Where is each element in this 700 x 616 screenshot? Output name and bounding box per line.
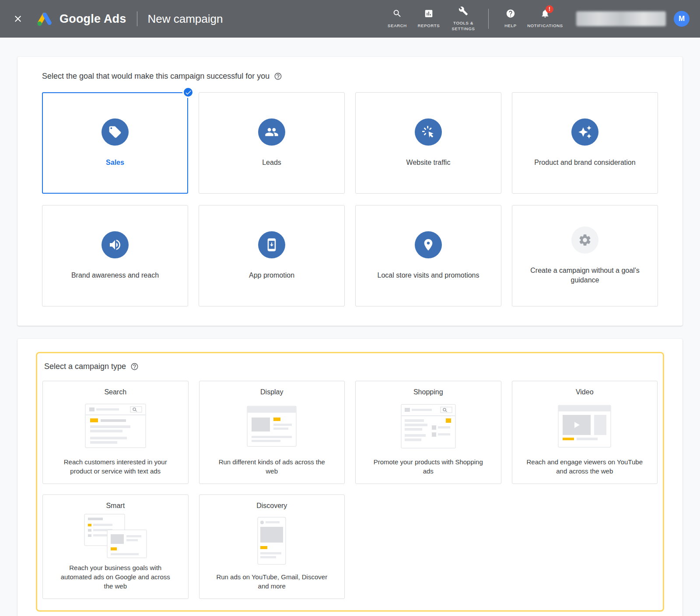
type-name-search: Search <box>104 388 126 396</box>
map-pin-icon <box>415 231 442 258</box>
type-name-video: Video <box>576 388 594 396</box>
account-name-redacted <box>576 11 666 26</box>
type-name-smart: Smart <box>106 502 125 510</box>
help-icon <box>506 9 515 20</box>
type-desc-video: Reach and engage viewers on YouTube and … <box>525 457 644 476</box>
type-desc-display: Run different kinds of ads across the we… <box>212 457 331 476</box>
header-divider <box>137 11 137 26</box>
campaign-type-panel: Select a campaign type Search <box>18 339 682 616</box>
goal-label-website-traffic: Website traffic <box>406 158 451 167</box>
goal-label-brand-awareness: Brand awareness and reach <box>71 271 159 280</box>
header-nav: SEARCH REPORTS TOOLS & SETTINGS HELP ! <box>382 4 564 33</box>
sparkles-icon <box>571 118 598 146</box>
goal-section-heading: Select the goal that would make this cam… <box>42 72 270 81</box>
goal-card-sales[interactable]: Sales <box>42 92 188 194</box>
smart-campaign-illustration <box>83 513 148 559</box>
top-app-bar: Google Ads New campaign SEARCH REPORTS T… <box>0 0 700 38</box>
nav-help[interactable]: HELP <box>495 7 526 30</box>
goal-card-leads[interactable]: Leads <box>199 92 345 194</box>
search-campaign-illustration <box>85 404 146 449</box>
goal-grid: Sales Leads Website traffic Product and … <box>42 92 658 306</box>
campaign-type-help-icon[interactable] <box>130 362 139 371</box>
type-card-search[interactable]: Search <box>42 381 189 484</box>
type-card-display[interactable]: Display Run different <box>199 381 345 484</box>
goal-label-local-store-visits: Local store visits and promotions <box>378 271 480 280</box>
display-campaign-illustration <box>241 404 302 449</box>
goal-label-product-brand-consideration: Product and brand consideration <box>534 158 635 167</box>
video-campaign-illustration <box>554 404 615 449</box>
goal-label-no-goal-guidance: Create a campaign without a goal's guida… <box>530 266 640 285</box>
discovery-campaign-illustration <box>241 516 302 565</box>
notification-badge: ! <box>546 5 553 13</box>
google-ads-brand: Google Ads <box>36 11 126 27</box>
goal-label-leads: Leads <box>262 158 281 167</box>
type-name-display: Display <box>260 388 283 396</box>
main-content: Select the goal that would make this cam… <box>0 38 700 616</box>
sales-tag-icon <box>102 118 129 146</box>
goal-label-sales: Sales <box>106 158 124 167</box>
phone-download-icon <box>258 231 285 258</box>
goal-label-app-promotion: App promotion <box>249 271 294 280</box>
campaign-type-highlight-box: Select a campaign type Search <box>36 352 664 612</box>
nav-reports[interactable]: REPORTS <box>413 7 444 30</box>
type-desc-smart: Reach your business goals with automated… <box>56 563 175 591</box>
shopping-campaign-illustration <box>398 404 459 449</box>
type-desc-search: Reach customers interested in your produ… <box>56 457 175 476</box>
nav-search[interactable]: SEARCH <box>382 7 413 30</box>
nav-reports-label: REPORTS <box>418 23 440 28</box>
wrench-icon <box>458 6 468 17</box>
website-traffic-click-icon <box>415 118 442 146</box>
nav-tools-settings-label: TOOLS & SETTINGS <box>447 21 480 31</box>
brand-name: Google Ads <box>60 12 126 26</box>
nav-tools-settings[interactable]: TOOLS & SETTINGS <box>444 4 482 33</box>
type-name-shopping: Shopping <box>413 388 443 396</box>
nav-notifications-label: NOTIFICATIONS <box>527 23 563 28</box>
goal-card-local-store-visits[interactable]: Local store visits and promotions <box>355 205 501 306</box>
campaign-type-grid: Search <box>42 381 658 599</box>
nav-notifications[interactable]: ! NOTIFICATIONS <box>526 7 564 30</box>
type-desc-shopping: Promote your products with Shopping ads <box>369 457 488 476</box>
type-card-shopping[interactable]: Shopping <box>355 381 501 484</box>
page-title: New campaign <box>148 12 223 26</box>
nav-divider <box>488 9 489 29</box>
campaign-type-heading: Select a campaign type <box>44 362 126 371</box>
reports-icon <box>424 9 434 20</box>
google-ads-logo-icon <box>36 11 53 27</box>
leads-people-icon <box>258 118 285 146</box>
type-desc-discovery: Run ads on YouTube, Gmail, Discover and … <box>212 572 331 591</box>
selected-check-icon <box>182 87 194 98</box>
goal-card-brand-awareness[interactable]: Brand awareness and reach <box>42 205 188 306</box>
goal-card-no-goal-guidance[interactable]: Create a campaign without a goal's guida… <box>512 205 658 306</box>
goal-help-icon[interactable] <box>274 72 282 80</box>
type-card-video[interactable]: Video Reach and engage viewers on You <box>512 381 658 484</box>
goal-card-website-traffic[interactable]: Website traffic <box>355 92 501 194</box>
type-name-discovery: Discovery <box>256 502 287 510</box>
type-card-discovery[interactable]: Discovery Run ads on YouTube, Gmail, <box>199 494 345 599</box>
bell-icon: ! <box>540 9 550 20</box>
gear-icon <box>571 226 598 254</box>
goal-selection-panel: Select the goal that would make this cam… <box>18 57 682 326</box>
avatar[interactable]: M <box>674 11 690 27</box>
goal-card-app-promotion[interactable]: App promotion <box>199 205 345 306</box>
nav-help-label: HELP <box>504 23 517 28</box>
close-icon[interactable] <box>9 10 27 28</box>
speaker-icon <box>102 231 129 258</box>
goal-card-product-brand-consideration[interactable]: Product and brand consideration <box>512 92 658 194</box>
search-icon <box>392 9 402 20</box>
nav-search-label: SEARCH <box>388 23 407 28</box>
type-card-smart[interactable]: Smart <box>42 494 189 599</box>
